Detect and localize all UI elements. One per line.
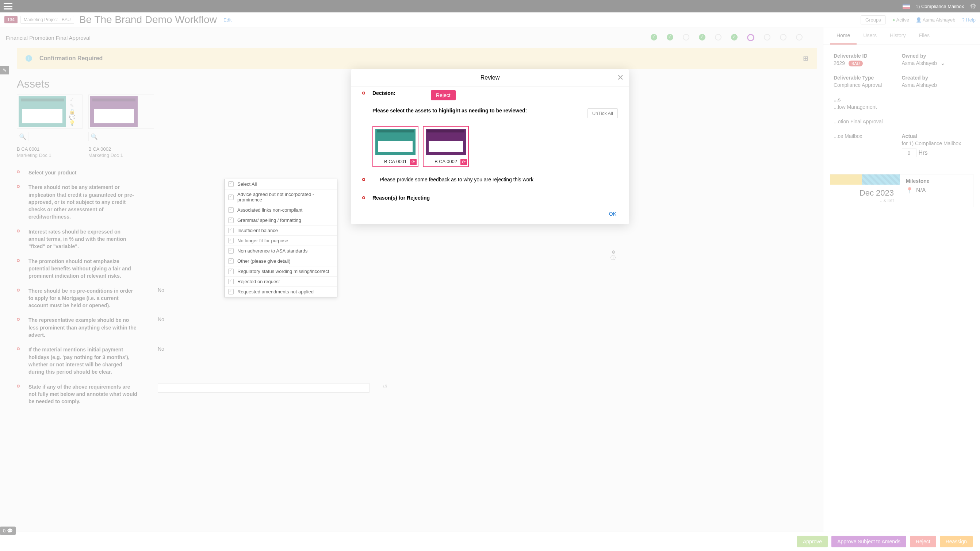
dropdown-item[interactable]: Associated links non-compliant xyxy=(224,205,337,215)
select-assets-label: Please select the assets to highlight as… xyxy=(372,108,580,113)
close-icon[interactable]: ✕ xyxy=(617,73,624,83)
checkbox[interactable] xyxy=(228,289,234,294)
checkbox[interactable] xyxy=(228,218,234,223)
dropdown-item[interactable]: Rejected on request xyxy=(224,276,337,287)
dropdown-item[interactable]: No longer fit for purpose xyxy=(224,236,337,246)
asset-thumbnail xyxy=(375,129,415,155)
refresh-icon[interactable]: ⟳ xyxy=(460,159,467,165)
modal-asset[interactable]: B CA 0001 ⟳ xyxy=(372,126,418,167)
bullet-icon xyxy=(362,92,365,95)
modal-asset-name: B CA 0002 xyxy=(426,159,466,164)
checkbox[interactable] xyxy=(228,207,234,213)
ok-button[interactable]: OK xyxy=(362,208,618,217)
info-icon[interactable]: ⓘ xyxy=(611,255,616,261)
checkbox[interactable] xyxy=(228,258,234,264)
dropdown-item[interactable]: Regulatory status wording missing/incorr… xyxy=(224,267,337,276)
refresh-icon[interactable]: ⟳ xyxy=(410,159,417,165)
dropdown-item[interactable]: Requested amendments not applied xyxy=(224,287,337,297)
dropdown-item[interactable]: Grammar/ spelling / formatting xyxy=(224,215,337,225)
modal-overlay: Review ✕ Decision: Reject Please select … xyxy=(0,0,980,551)
decision-label: Decision: xyxy=(372,90,423,96)
checkbox[interactable] xyxy=(228,268,234,274)
checkbox[interactable] xyxy=(228,279,234,284)
untick-all-button[interactable]: UnTick All xyxy=(587,108,618,118)
decision-value: Reject xyxy=(431,90,456,100)
bullet-icon xyxy=(362,196,365,199)
gear-icon[interactable]: ⚙ xyxy=(612,249,616,255)
modal-title: Review xyxy=(480,75,500,81)
modal-asset-name: B CA 0001 xyxy=(375,159,415,164)
reasons-dropdown[interactable]: Select All Advice agreed but not incorpo… xyxy=(224,179,337,297)
checkbox[interactable] xyxy=(228,228,234,233)
checkbox[interactable] xyxy=(228,238,234,243)
checkbox[interactable] xyxy=(228,181,234,187)
bullet-icon xyxy=(362,178,365,181)
dropdown-item[interactable]: Non adherence to ASA standards xyxy=(224,246,337,256)
checkbox[interactable] xyxy=(228,248,234,254)
modal-asset[interactable]: B CA 0002 ⟳ xyxy=(423,126,469,167)
dropdown-item[interactable]: Insufficient balance xyxy=(224,225,337,236)
dropdown-item-select-all[interactable]: Select All xyxy=(224,179,337,189)
reasons-label: Reason(s) for Rejecting xyxy=(372,195,438,201)
checkbox[interactable] xyxy=(228,194,234,200)
dropdown-item[interactable]: Advice agreed but not incorporated - pro… xyxy=(224,189,337,205)
review-modal: Review ✕ Decision: Reject Please select … xyxy=(351,69,629,224)
asset-thumbnail xyxy=(426,129,466,155)
dropdown-item[interactable]: Other (please give detail) xyxy=(224,256,337,267)
feedback-label: Please provide some feedback as to why y… xyxy=(380,176,618,183)
